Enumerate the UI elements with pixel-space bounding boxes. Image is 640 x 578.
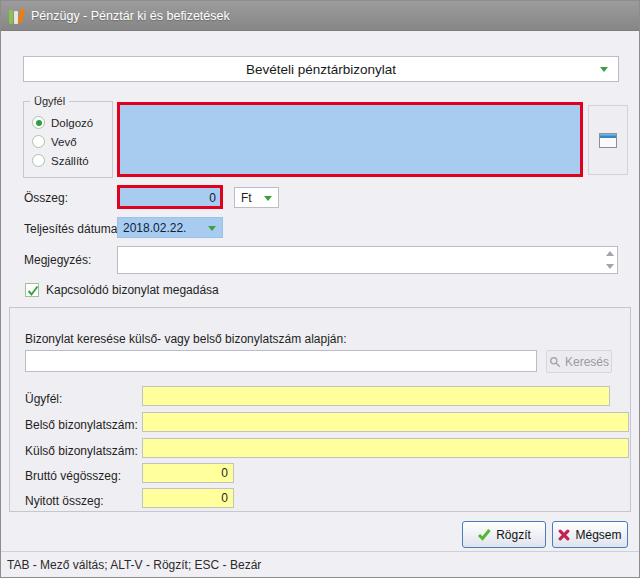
radio-vevo[interactable]: Vevő	[32, 135, 77, 148]
chevron-down-icon	[264, 196, 272, 201]
search-button[interactable]: Keresés	[546, 350, 612, 373]
books-icon	[9, 8, 24, 24]
external-docnum-field	[142, 438, 629, 458]
search-button-label: Keresés	[565, 355, 609, 369]
window-title: Pénzügy - Pénztár ki és befizetések	[31, 9, 230, 23]
titlebar: Pénzügy - Pénztár ki és befizetések	[1, 1, 639, 31]
window-icon-titlebar	[600, 134, 616, 138]
radio-dolgozo[interactable]: Dolgozó	[32, 116, 93, 129]
x-icon	[558, 529, 570, 541]
open-amount-label: Nyitott összeg:	[25, 494, 104, 508]
external-docnum-label: Külső bizonylatszám:	[25, 444, 138, 458]
result-client-field	[142, 386, 610, 406]
scroll-up-icon[interactable]	[606, 251, 614, 256]
customer-type-groupbox: Ügyfél Dolgozó Vevő Szállító	[23, 101, 113, 178]
client-selector-field[interactable]	[117, 102, 583, 177]
radio-unchecked-icon	[32, 135, 45, 148]
checkbox-checked-icon	[25, 283, 39, 297]
save-button[interactable]: Rögzít	[462, 521, 546, 548]
check-icon	[477, 528, 491, 541]
statusbar: TAB - Mező váltás; ALT-V - Rögzít; ESC -…	[1, 551, 639, 577]
books-icon-bar	[9, 10, 13, 24]
statusbar-text: TAB - Mező váltás; ALT-V - Rögzít; ESC -…	[7, 558, 261, 572]
chevron-down-icon	[600, 67, 608, 72]
currency-value: Ft	[241, 191, 252, 205]
search-label: Bizonylat keresése külső- vagy belső biz…	[25, 332, 347, 346]
cancel-button[interactable]: Mégsem	[552, 521, 628, 548]
date-label: Teljesítés dátuma:	[24, 222, 121, 236]
result-client-label: Ügyfél:	[25, 392, 62, 406]
search-input[interactable]	[25, 350, 537, 372]
radio-label: Dolgozó	[51, 117, 93, 129]
document-type-select[interactable]: Bevételi pénztárbizonylat	[23, 56, 619, 82]
cancel-button-label: Mégsem	[575, 528, 621, 542]
checkbox-label: Kapcsolódó bizonylat megadása	[46, 283, 219, 297]
check-icon	[27, 285, 39, 297]
app-window: Pénzügy - Pénztár ki és befizetések Bevé…	[0, 0, 640, 578]
radio-szallito[interactable]: Szállító	[32, 154, 89, 167]
currency-select[interactable]: Ft	[234, 187, 279, 208]
magnifier-icon	[549, 356, 561, 368]
internal-docnum-label: Belső bizonylatszám:	[25, 418, 138, 432]
document-type-value: Bevételi pénztárbizonylat	[246, 62, 396, 77]
client-lookup-button[interactable]	[588, 105, 628, 175]
books-icon-bar	[18, 8, 25, 23]
radio-label: Szállító	[51, 155, 89, 167]
save-button-label: Rögzít	[496, 528, 531, 542]
note-label: Megjegyzés:	[24, 253, 91, 267]
radio-label: Vevő	[51, 136, 77, 148]
note-input[interactable]	[117, 246, 618, 274]
chevron-down-icon	[208, 226, 216, 231]
amount-input[interactable]: 0	[117, 185, 223, 209]
gross-total-label: Bruttó végösszeg:	[25, 469, 121, 483]
scroll-down-icon[interactable]	[606, 264, 614, 269]
date-picker[interactable]: 2018.02.22.	[117, 217, 223, 238]
date-value: 2018.02.22.	[123, 221, 186, 235]
internal-docnum-field	[142, 412, 629, 432]
amount-label: Összeg:	[24, 191, 68, 205]
related-document-checkbox[interactable]: Kapcsolódó bizonylat megadása	[25, 283, 219, 297]
open-amount-field: 0	[142, 488, 234, 508]
related-document-panel: Bizonylat keresése külső- vagy belső biz…	[9, 307, 631, 512]
radio-unchecked-icon	[32, 154, 45, 167]
radio-checked-icon	[32, 116, 45, 129]
gross-total-field: 0	[142, 463, 234, 483]
groupbox-legend: Ügyfél	[30, 95, 69, 107]
window-icon	[599, 133, 617, 148]
